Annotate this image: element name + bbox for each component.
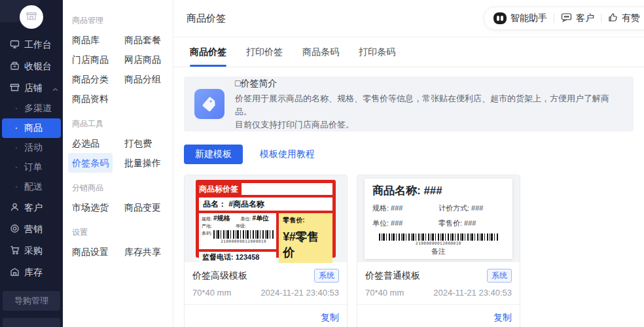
guide-management-button[interactable]: 导购管理 <box>3 291 60 311</box>
sidebar-item-activity[interactable]: · 活动 <box>0 138 63 158</box>
white-label-preview: 商品名称: ### 规格: ### 计价方式: ### 单位: ### 零售价:… <box>365 179 512 259</box>
customer-service-label: 客户 <box>576 12 594 24</box>
unit-value: #单位 <box>252 215 269 222</box>
sidebar-item-workbench[interactable]: 工作台 <box>0 34 63 56</box>
sidebar-item-label: 营销 <box>24 224 43 235</box>
label-title: 商品标价签 <box>199 184 238 195</box>
label-name-line: 品名： #商品名称 <box>199 198 332 211</box>
unit-label: 单位: <box>241 215 251 222</box>
sidebar-item-shop[interactable]: 店铺 <box>0 77 63 99</box>
label-title: 商品名称: ### <box>372 183 505 198</box>
sidebar-item-marketing[interactable]: 营销 <box>0 218 63 240</box>
thumbs-up-icon <box>608 12 618 24</box>
submenu-item-goods-changes[interactable]: 商品变更 <box>124 198 173 217</box>
submenu-item-packing-fee[interactable]: 打包费 <box>124 133 173 153</box>
template-card-list: 商品标价签 品名： #商品名称 规格: #规格 单位: <box>184 175 634 327</box>
submenu-item-batch-operations[interactable]: 批量操作 <box>124 153 173 173</box>
tab-goods-price-tag[interactable]: 商品价签 <box>190 46 226 67</box>
banner-line1: 价签用于展示商品的名称、规格、零售价等信息，常张贴在便利店、超市的货架上，方便用… <box>235 92 623 118</box>
submenu-item-goods-combo[interactable]: 商品套餐 <box>124 30 173 50</box>
template-preview: 商品名称: ### 规格: ### 计价方式: ### 单位: ### 零售价:… <box>357 175 520 262</box>
submenu-item-price-tag-barcode[interactable]: 价签条码 <box>68 153 113 173</box>
system-badge[interactable]: 系统 <box>314 269 339 283</box>
template-toolbar: 新建模板 模板使用教程 <box>184 145 634 164</box>
system-badge[interactable]: 系统 <box>487 269 512 283</box>
submenu-item-goods-profile[interactable]: 商品资料 <box>72 89 124 109</box>
unit-value: 单位: ### <box>372 218 438 228</box>
template-size: 70*40 mm <box>365 288 404 298</box>
youzan-button[interactable]: 有赞 <box>608 12 640 24</box>
bullet-icon: · <box>13 125 20 131</box>
barcode-digits: 21000090012000010 <box>213 239 274 243</box>
store-avatar[interactable] <box>20 5 43 29</box>
red-label-preview: 商品标价签 品名： #商品名称 规格: #规格 单位: <box>196 180 336 258</box>
primary-sidebar: 工作台 收银台 店铺 · 多渠道 · <box>0 0 63 327</box>
sidebar-item-label: 多渠道 <box>24 103 52 114</box>
customer-icon <box>10 202 20 214</box>
submenu-item-goods-settings[interactable]: 商品设置 <box>72 242 124 262</box>
youzan-label: 有赞 <box>622 12 640 24</box>
main-area: 商品价签 智能助手 客户 <box>173 0 644 327</box>
sidebar-item-label: 配送 <box>24 181 43 193</box>
sidebar-item-label: 工作台 <box>24 39 52 51</box>
submenu-item-online-goods[interactable]: 网店商品 <box>124 50 173 69</box>
tab-print-barcode[interactable]: 打印条码 <box>359 46 395 67</box>
tab-goods-barcode[interactable]: 商品条码 <box>302 46 339 67</box>
bullet-icon: · <box>13 145 20 151</box>
barcode-digits: 21000090012000010 <box>372 241 505 245</box>
grade-label: 等级: <box>236 222 246 230</box>
template-name: 价签普通模板 <box>365 270 420 282</box>
chat-bubble-icon <box>561 12 572 24</box>
assistant-button[interactable]: 智能助手 <box>493 12 547 24</box>
sidebar-item-orders[interactable]: · 订单 <box>0 158 63 177</box>
sidebar-more-button[interactable]: ··· <box>3 318 60 327</box>
submenu-item-required-goods[interactable]: 必选品 <box>72 133 124 153</box>
submenu-item-goods-library[interactable]: 商品库 <box>72 30 124 50</box>
tab-content: □价签简介 价签用于展示商品的名称、规格、零售价等信息，常张贴在便利店、超市的货… <box>173 67 644 327</box>
price-tag-icon <box>194 89 224 119</box>
sidebar-item-delivery[interactable]: · 配送 <box>0 177 63 197</box>
new-template-button[interactable]: 新建模板 <box>184 145 243 164</box>
submenu-item-market-selection[interactable]: 市场选货 <box>72 198 124 217</box>
tab-print-price-tag[interactable]: 打印价签 <box>246 46 283 67</box>
template-tutorial-link[interactable]: 模板使用教程 <box>260 148 315 160</box>
submenu-item-inventory-sharing[interactable]: 库存共享 <box>124 242 173 262</box>
intro-banner: □价签简介 价签用于展示商品的名称、规格、零售价等信息，常张贴在便利店、超市的货… <box>184 77 634 131</box>
sidebar-item-multichannel[interactable]: · 多渠道 <box>0 99 63 118</box>
template-time: 2024-11-21 23:40:53 <box>433 288 512 298</box>
submenu-section-title: 设置 <box>72 222 173 242</box>
sidebar-item-cashier[interactable]: 收银台 <box>0 56 63 77</box>
sidebar-item-purchase[interactable]: 采购 <box>0 240 63 262</box>
page-title: 商品价签 <box>187 12 226 25</box>
bullet-icon: · <box>13 184 20 190</box>
sidebar-item-label: 订单 <box>24 162 43 173</box>
bullet-icon: · <box>13 105 20 112</box>
sidebar-item-label: 店铺 <box>24 82 43 94</box>
warehouse-icon <box>10 267 20 279</box>
sidebar-item-label: 收银台 <box>24 61 52 73</box>
sidebar-item-goods[interactable]: · 商品 <box>2 118 61 138</box>
sidebar-item-inventory[interactable]: 库存 <box>0 262 63 283</box>
customer-service-button[interactable]: 客户 <box>561 12 594 24</box>
shop-icon <box>10 82 20 94</box>
submenu-item-store-goods[interactable]: 门店商品 <box>72 50 124 69</box>
sidebar-item-customers[interactable]: 客户 <box>0 197 63 218</box>
submenu-item-goods-group[interactable]: 商品分组 <box>124 69 173 89</box>
price-label: 零售价: <box>283 216 329 225</box>
sidebar-item-label: 活动 <box>24 142 43 154</box>
submenu-item-goods-category[interactable]: 商品分类 <box>72 69 124 89</box>
copy-template-link[interactable]: 复制 <box>321 312 339 322</box>
barcode-graphic <box>379 233 498 241</box>
divider <box>554 14 554 23</box>
copy-template-link[interactable]: 复制 <box>493 312 512 322</box>
submenu-section-title: 商品工具 <box>72 114 173 133</box>
origin-label: 产地: <box>202 222 212 230</box>
label-note: 备注 <box>372 247 505 256</box>
label-spec-box: 规格: #规格 单位: #单位 产地: 等级: <box>199 213 276 249</box>
spec-value: 规格: ### <box>372 203 438 213</box>
submenu-section-title: 分销商品 <box>72 178 173 198</box>
pricing-method-value: 计价方式: ### <box>438 203 483 213</box>
price-tag-tabs: 商品价签 打印价签 商品条码 打印条码 <box>173 37 644 67</box>
template-size: 70*40 mm <box>192 288 231 298</box>
template-preview: 商品标价签 品名： #商品名称 规格: #规格 单位: <box>185 175 347 262</box>
